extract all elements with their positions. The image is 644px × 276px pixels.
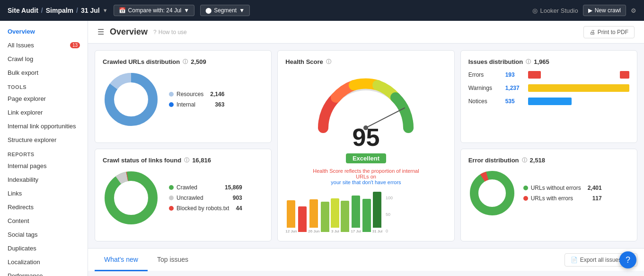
health-gauge: 95 Excellent Health Score reflects the p… (285, 76, 446, 233)
main-header: ☰ Overview ? How to use 🖨 Print to PDF (88, 21, 644, 44)
settings-button[interactable]: ⚙ (631, 7, 636, 14)
sidebar-item-localization[interactable]: Localization (0, 255, 88, 269)
print-button[interactable]: 🖨 Print to PDF (583, 26, 635, 38)
hbar-26jun-label: 26 Jun (308, 229, 319, 233)
yaxis: 100 50 0 (386, 196, 393, 233)
with-errors-label: URLs with errors (531, 195, 586, 202)
resources-value: 2,146 (210, 91, 224, 98)
health-subtitle-red: Health Score reflects the proportion of … (313, 168, 419, 179)
hbar-2-bar (298, 206, 307, 232)
sidebar-item-structure-explorer[interactable]: Structure explorer (0, 133, 88, 147)
sidebar-item-link-explorer[interactable]: Link explorer (0, 106, 88, 119)
errors-value: 193 (505, 71, 524, 78)
export-icon: 📄 (571, 257, 578, 263)
links-label: Links (8, 190, 22, 197)
tab-whats-new[interactable]: What's new (95, 249, 148, 271)
hbar-3jul-label: 3 Jul (331, 229, 339, 233)
sidebar-item-internal-pages[interactable]: Internal pages (0, 159, 88, 173)
calendar-icon: 📅 (119, 7, 126, 14)
issues-dist-total: 1,965 (534, 58, 549, 65)
notices-value: 535 (505, 98, 524, 105)
notices-bar (528, 98, 572, 105)
error-dist-legend: URLs without errors 2,401 URLs with erro… (523, 185, 602, 202)
without-errors-dot (523, 186, 528, 190)
new-crawl-button[interactable]: ▶ New crawl (583, 5, 626, 16)
compare-dropdown-icon: ▼ (184, 7, 189, 14)
hbar-2 (298, 206, 307, 233)
tab-top-issues[interactable]: Top issues (148, 249, 198, 271)
internal-dot (169, 102, 174, 107)
sidebar-item-overview[interactable]: Overview (0, 25, 88, 38)
compare-button[interactable]: 📅 Compare with: 24 Jul ▼ (114, 5, 195, 16)
health-score-info-icon[interactable]: ⓘ (326, 58, 331, 65)
how-to-use-link[interactable]: ? How to use (153, 29, 187, 36)
hbar-4-bar (321, 202, 329, 232)
segment-dropdown-icon: ▼ (239, 7, 245, 14)
help-button[interactable]: ? (619, 251, 636, 268)
with-errors-dot (523, 196, 528, 201)
menu-icon[interactable]: ☰ (97, 27, 104, 36)
sidebar-item-bulk-export[interactable]: Bulk export (0, 66, 88, 80)
legend-resources: Resources 2,146 (169, 91, 224, 98)
errors-row: Errors 193 (468, 71, 629, 79)
question-icon: ? (153, 29, 157, 36)
sidebar-item-internal-links[interactable]: Internal link opportunities (0, 119, 88, 133)
sidebar-item-crawl-log[interactable]: Crawl log (0, 52, 88, 66)
internal-links-label: Internal link opportunities (8, 123, 76, 130)
health-score-title: Health Score ⓘ (285, 58, 446, 65)
health-score-subtitle: Health Score reflects the proportion of … (309, 168, 423, 185)
hbar-26jun: 26 Jun (308, 199, 319, 233)
segment-icon: ⬤ (205, 7, 212, 14)
notices-row: Notices 535 (468, 98, 629, 105)
sidebar-item-duplicates[interactable]: Duplicates (0, 241, 88, 255)
bulk-export-label: Bulk export (8, 69, 38, 76)
crawled-urls-donut-section: Resources 2,146 Internal 363 (103, 71, 264, 128)
warnings-row: Warnings 1,237 (468, 84, 629, 92)
warnings-bar (528, 84, 629, 92)
health-score-card: Health Score ⓘ (277, 50, 454, 241)
crawled-urls-card: Crawled URLs distribution ⓘ 2,509 Resour… (95, 50, 272, 143)
crawled-urls-info-icon[interactable]: ⓘ (183, 58, 188, 65)
tools-section: Tools (0, 80, 88, 92)
warnings-value: 1,237 (505, 85, 524, 91)
hbar-17jul-label: 17 Jul (351, 229, 361, 233)
hbar-12jun-label: 12 Jun (285, 229, 297, 233)
hbar-17jul-bar (352, 196, 360, 228)
dashboard: Crawled URLs distribution ⓘ 2,509 Resour… (88, 44, 644, 248)
issues-dist-info-icon[interactable]: ⓘ (526, 58, 531, 65)
navbar: Site Audit / Simpalm / 31 Jul ▼ 📅 Compar… (0, 0, 644, 21)
crawl-status-donut (103, 169, 159, 226)
sidebar-item-social-tags[interactable]: Social tags (0, 228, 88, 241)
health-score-number: 95 (353, 123, 380, 151)
svg-point-8 (474, 175, 510, 211)
sidebar-item-page-explorer[interactable]: Page explorer (0, 92, 88, 106)
date-dropdown-icon[interactable]: ▼ (103, 8, 108, 13)
errors-bar (528, 71, 541, 79)
hbar-6 (341, 201, 349, 233)
structure-explorer-label: Structure explorer (8, 136, 56, 143)
error-dist-info-icon[interactable]: ⓘ (522, 157, 527, 164)
date-label: 31 Jul (81, 7, 100, 14)
errors-color-block (620, 71, 629, 79)
sidebar-item-content[interactable]: Content (0, 214, 88, 228)
help-icon: ? (626, 255, 630, 265)
segment-button[interactable]: ⬤ Segment ▼ (200, 5, 250, 16)
warnings-label: Warnings (468, 85, 502, 91)
sidebar-item-performance[interactable]: Performance (0, 269, 88, 276)
indexability-label: Indexability (8, 176, 38, 183)
legend-crawled: Crawled 15,869 (169, 184, 242, 191)
without-errors-value: 2,401 (588, 185, 602, 191)
sidebar-item-indexability[interactable]: Indexability (0, 173, 88, 187)
legend-internal: Internal 363 (169, 101, 224, 108)
legend-uncrawled: Uncrawled 903 (169, 195, 242, 201)
sidebar-item-links[interactable]: Links (0, 187, 88, 200)
looker-icon: ◎ (532, 7, 538, 14)
social-tags-label: Social tags (8, 231, 38, 238)
crawl-status-title: Crawl status of links found ⓘ 16,816 (103, 157, 264, 164)
internal-value: 363 (215, 101, 224, 108)
sidebar-item-all-issues[interactable]: All Issues 13 (0, 38, 88, 52)
looker-studio-button[interactable]: ◎ Looker Studio (532, 7, 578, 14)
issues-dist-card: Issues distribution ⓘ 1,965 Errors 193 W… (460, 50, 637, 143)
crawl-status-info-icon[interactable]: ⓘ (184, 157, 189, 164)
sidebar-item-redirects[interactable]: Redirects (0, 200, 88, 214)
